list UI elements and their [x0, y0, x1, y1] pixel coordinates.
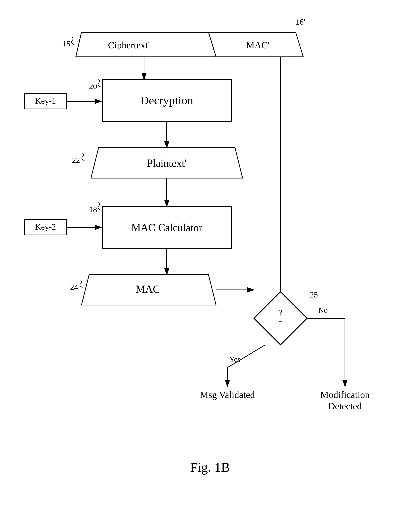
mac-label: MAC [136, 283, 160, 295]
no-label: No [318, 306, 328, 314]
mac-calculator-label: MAC Calculator [131, 222, 202, 233]
key1-label: Key-1 [35, 96, 56, 105]
figure-label: Fig. 1B [190, 460, 230, 475]
ref-15-label: 15' [63, 39, 72, 48]
ref-24-label: 24 [70, 283, 78, 292]
squiggle-24 [80, 280, 82, 288]
ref-20-label: 20 [89, 82, 97, 91]
decryption-label: Decryption [140, 94, 193, 107]
modification-detected-label-2: Detected [328, 401, 362, 411]
plaintext-label: Plaintext' [147, 157, 187, 169]
mac-prime-label: MAC' [246, 40, 270, 50]
squiggle-18 [98, 202, 100, 210]
diagram-container: 16' Ciphertext' MAC' 15' 20 Decryption K… [0, 7, 420, 511]
modification-detected-label-1: Modification [320, 389, 370, 400]
comparator-equals: = [278, 318, 283, 327]
comparator-question: ? [279, 308, 282, 317]
ref-25-label: 25 [310, 290, 318, 299]
squiggle-22 [82, 153, 84, 161]
ref-16-label: 16' [296, 18, 305, 26]
squiggle-15 [71, 37, 74, 44]
key2-label: Key-2 [35, 222, 56, 231]
ref-18-label: 18 [89, 205, 97, 214]
ref-22-label: 22 [72, 156, 80, 165]
yes-label: Yes [229, 355, 240, 363]
msg-validated-label: Msg Validated [200, 389, 255, 400]
ciphertext-label: Ciphertext' [108, 40, 150, 50]
squiggle-20 [98, 79, 100, 87]
